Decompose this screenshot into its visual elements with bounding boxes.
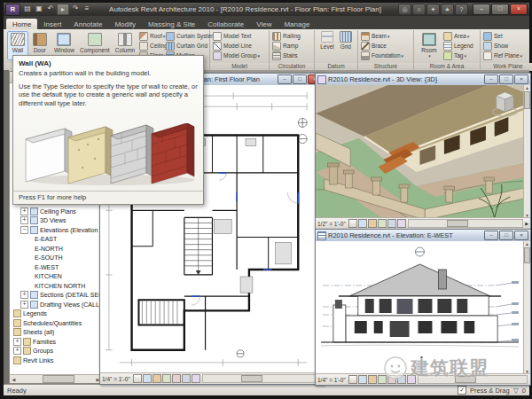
tree-item-schedules[interactable]: Schedules/Quantities: [10, 318, 102, 328]
crop-view-icon[interactable]: [162, 374, 171, 383]
model-text-button[interactable]: Model Text: [212, 31, 267, 41]
temporary-hide-isolate-icon[interactable]: [387, 219, 396, 228]
close-button[interactable]: ×: [510, 4, 528, 15]
tab-view[interactable]: View: [250, 19, 278, 29]
scale-control[interactable]: 1/2" = 1'-0": [317, 221, 346, 227]
tree-item-ceiling-plans[interactable]: + Ceiling Plans: [10, 207, 102, 216]
tree-item-drafting-views[interactable]: + Drafting Views (CALLOUT TYP): [10, 300, 102, 309]
minimize-button[interactable]: –: [473, 4, 490, 15]
shadows-icon[interactable]: [368, 219, 377, 228]
tree-item-revit-links[interactable]: Revit Links: [10, 356, 102, 365]
expander-minus-icon[interactable]: −: [20, 226, 28, 234]
search-icon[interactable]: ◎: [398, 4, 411, 15]
application-menu-button[interactable]: R: [5, 4, 20, 16]
expander-plus-icon[interactable]: +: [13, 338, 21, 346]
scrollbar-thumb[interactable]: [524, 247, 530, 263]
maximize-button[interactable]: □: [499, 74, 513, 84]
tree-item-elevations[interactable]: − Elevations (Elevation 1): [10, 225, 102, 235]
scroll-up-icon[interactable]: ▲: [525, 241, 529, 246]
scroll-left-icon[interactable]: ◀: [10, 377, 18, 382]
tab-manage[interactable]: Manage: [278, 19, 316, 29]
model-graphics-style-icon[interactable]: [358, 219, 367, 228]
minimize-button[interactable]: –: [484, 74, 498, 84]
tree-item-groups[interactable]: + Groups: [10, 347, 102, 356]
scrollbar-thumb[interactable]: [447, 220, 468, 227]
press-drag-checkbox[interactable]: ✓: [458, 386, 466, 395]
crop-view-icon[interactable]: [378, 375, 387, 384]
close-button[interactable]: ×: [514, 74, 528, 84]
show-button[interactable]: Show: [482, 41, 532, 51]
scroll-up-icon[interactable]: ▲: [525, 85, 529, 90]
set-button[interactable]: Set: [482, 31, 532, 41]
window-button[interactable]: Window: [51, 31, 78, 55]
tree-item-families[interactable]: + Families: [10, 337, 102, 347]
elevation-titlebar[interactable]: R2010 Residence.rvt - Elevation: E-WEST …: [316, 230, 530, 242]
elevation-canvas[interactable]: [316, 241, 524, 374]
model-graphics-style-icon[interactable]: [358, 375, 367, 384]
scrollbar-thumb[interactable]: [455, 376, 476, 383]
tag-button[interactable]: Tag ▾: [442, 51, 478, 60]
foundation-button[interactable]: Foundation ▾: [360, 51, 411, 60]
show-crop-region-icon[interactable]: [172, 374, 181, 383]
model-graphics-style-icon[interactable]: [143, 374, 152, 383]
curtain-system-button[interactable]: Curtain System: [165, 31, 207, 41]
railing-button[interactable]: Railing: [271, 31, 312, 41]
tree-item-sheets[interactable]: Sheets (all): [10, 328, 102, 338]
scrollbar-thumb[interactable]: [43, 375, 74, 383]
scrollbar-thumb[interactable]: [241, 375, 262, 382]
reveal-hidden-elements-icon[interactable]: [407, 375, 416, 384]
redo-icon[interactable]: ↷: [70, 4, 81, 13]
close-button[interactable]: ×: [514, 231, 528, 240]
scale-control[interactable]: 1/4" = 1'-0": [317, 377, 346, 383]
roof-button[interactable]: Roof ▾: [138, 31, 165, 41]
scale-control[interactable]: 1/4" = 1'-0": [102, 376, 130, 382]
subscription-center-icon[interactable]: ⌂: [412, 4, 426, 15]
room-button[interactable]: Room ▾: [416, 31, 442, 60]
ceiling-button[interactable]: Ceiling: [138, 41, 165, 51]
tab-home[interactable]: Home: [6, 19, 37, 29]
expander-plus-icon[interactable]: +: [20, 216, 28, 224]
maximize-button[interactable]: □: [293, 74, 307, 84]
detail-level-icon[interactable]: [133, 374, 142, 383]
print-icon[interactable]: ≡: [82, 4, 92, 13]
favorites-icon[interactable]: ★: [441, 4, 454, 15]
undo-icon[interactable]: ↶: [45, 4, 56, 13]
door-button[interactable]: Door: [28, 31, 51, 55]
beam-button[interactable]: Beam ▾: [360, 31, 411, 41]
help-icon[interactable]: ?: [455, 4, 468, 15]
model-group-button[interactable]: Model Group ▾: [212, 51, 267, 60]
save-icon[interactable]: ▣: [34, 4, 44, 13]
reveal-hidden-elements-icon[interactable]: [192, 374, 200, 383]
expander-plus-icon[interactable]: +: [13, 347, 21, 355]
tree-item-kitchen-north[interactable]: KITCHEN NORTH: [10, 281, 102, 291]
legend-button[interactable]: Legend: [442, 41, 478, 51]
temporary-hide-isolate-icon[interactable]: [397, 375, 406, 384]
tree-item-3d-views[interactable]: + 3D Views: [10, 216, 102, 226]
scroll-right-icon[interactable]: ▶: [525, 221, 528, 226]
three-d-titlebar[interactable]: R2010 Residence.rvt - 3D View: {3D} – □ …: [316, 74, 530, 86]
crop-view-icon[interactable]: [378, 219, 387, 228]
filter-icon[interactable]: ▽: [513, 387, 519, 395]
expander-plus-icon[interactable]: +: [20, 207, 28, 215]
elevation-vertical-scrollbar[interactable]: ▲ ▼: [523, 241, 530, 374]
three-d-horizontal-scrollbar[interactable]: [408, 219, 523, 228]
shadows-icon[interactable]: [368, 375, 377, 384]
floor-plan-horizontal-scrollbar[interactable]: [202, 374, 317, 383]
tree-item-e-east[interactable]: E-EAST: [10, 235, 102, 245]
show-crop-region-icon[interactable]: [387, 375, 396, 384]
expander-plus-icon[interactable]: +: [20, 301, 28, 309]
three-d-canvas[interactable]: [316, 85, 524, 218]
model-line-button[interactable]: Model Line: [212, 41, 267, 51]
minimize-button[interactable]: –: [278, 74, 292, 84]
temporary-hide-isolate-icon[interactable]: [182, 374, 191, 383]
level-button[interactable]: Level: [318, 31, 336, 50]
tree-item-kitchen[interactable]: KITCHEN: [10, 272, 102, 282]
reveal-hidden-elements-icon[interactable]: [397, 219, 406, 228]
tab-annotate[interactable]: Annotate: [67, 19, 108, 29]
brace-button[interactable]: Brace: [360, 41, 411, 51]
tree-item-sections[interactable]: + Sections (DETAIL SECTION): [10, 291, 102, 301]
browser-horizontal-scrollbar[interactable]: ◀ ▶: [10, 374, 102, 383]
communication-center-icon[interactable]: ✦: [426, 4, 440, 15]
tab-massing-site[interactable]: Massing & Site: [142, 19, 201, 29]
tree-item-e-north[interactable]: E-NORTH: [10, 244, 102, 254]
